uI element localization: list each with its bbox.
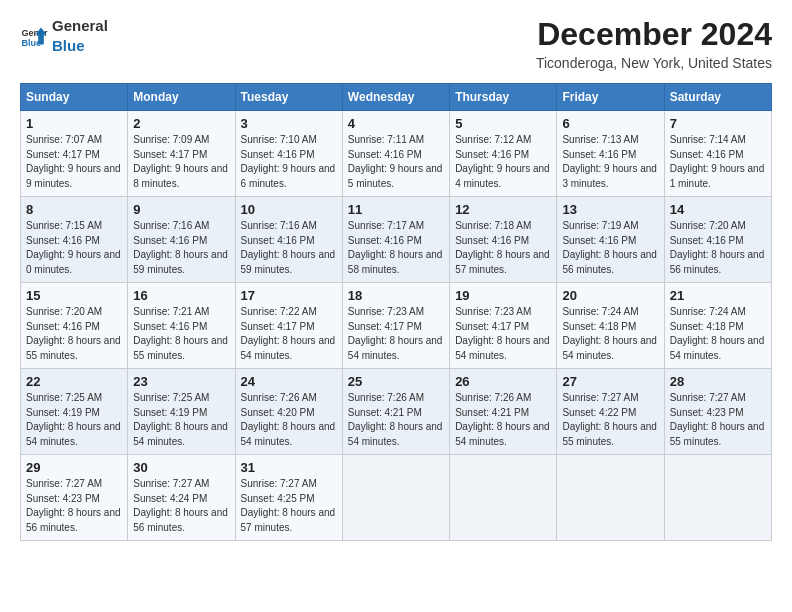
day-info: Sunrise: 7:17 AMSunset: 4:16 PMDaylight:… [348, 219, 444, 277]
day-info: Sunrise: 7:16 AMSunset: 4:16 PMDaylight:… [241, 219, 337, 277]
page-header: General Blue General Blue December 2024 … [20, 16, 772, 71]
day-info: Sunrise: 7:26 AMSunset: 4:21 PMDaylight:… [455, 391, 551, 449]
day-info: Sunrise: 7:26 AMSunset: 4:21 PMDaylight:… [348, 391, 444, 449]
day-cell: 24Sunrise: 7:26 AMSunset: 4:20 PMDayligh… [235, 369, 342, 455]
day-cell: 7Sunrise: 7:14 AMSunset: 4:16 PMDaylight… [664, 111, 771, 197]
day-cell: 5Sunrise: 7:12 AMSunset: 4:16 PMDaylight… [450, 111, 557, 197]
week-row-2: 8Sunrise: 7:15 AMSunset: 4:16 PMDaylight… [21, 197, 772, 283]
day-number: 4 [348, 116, 444, 131]
day-cell: 31Sunrise: 7:27 AMSunset: 4:25 PMDayligh… [235, 455, 342, 541]
day-number: 28 [670, 374, 766, 389]
svg-text:Blue: Blue [21, 37, 41, 47]
day-info: Sunrise: 7:10 AMSunset: 4:16 PMDaylight:… [241, 133, 337, 191]
day-info: Sunrise: 7:18 AMSunset: 4:16 PMDaylight:… [455, 219, 551, 277]
day-info: Sunrise: 7:23 AMSunset: 4:17 PMDaylight:… [455, 305, 551, 363]
day-cell: 26Sunrise: 7:26 AMSunset: 4:21 PMDayligh… [450, 369, 557, 455]
header-wednesday: Wednesday [342, 84, 449, 111]
day-number: 16 [133, 288, 229, 303]
day-info: Sunrise: 7:23 AMSunset: 4:17 PMDaylight:… [348, 305, 444, 363]
day-number: 21 [670, 288, 766, 303]
day-number: 3 [241, 116, 337, 131]
day-cell: 29Sunrise: 7:27 AMSunset: 4:23 PMDayligh… [21, 455, 128, 541]
day-number: 10 [241, 202, 337, 217]
day-number: 13 [562, 202, 658, 217]
day-info: Sunrise: 7:14 AMSunset: 4:16 PMDaylight:… [670, 133, 766, 191]
day-number: 30 [133, 460, 229, 475]
day-cell: 10Sunrise: 7:16 AMSunset: 4:16 PMDayligh… [235, 197, 342, 283]
day-info: Sunrise: 7:27 AMSunset: 4:22 PMDaylight:… [562, 391, 658, 449]
day-cell [557, 455, 664, 541]
day-cell: 30Sunrise: 7:27 AMSunset: 4:24 PMDayligh… [128, 455, 235, 541]
day-info: Sunrise: 7:07 AMSunset: 4:17 PMDaylight:… [26, 133, 122, 191]
day-info: Sunrise: 7:16 AMSunset: 4:16 PMDaylight:… [133, 219, 229, 277]
day-number: 6 [562, 116, 658, 131]
day-number: 11 [348, 202, 444, 217]
day-cell: 28Sunrise: 7:27 AMSunset: 4:23 PMDayligh… [664, 369, 771, 455]
day-number: 5 [455, 116, 551, 131]
day-number: 19 [455, 288, 551, 303]
day-cell: 12Sunrise: 7:18 AMSunset: 4:16 PMDayligh… [450, 197, 557, 283]
header-monday: Monday [128, 84, 235, 111]
day-number: 27 [562, 374, 658, 389]
day-cell: 9Sunrise: 7:16 AMSunset: 4:16 PMDaylight… [128, 197, 235, 283]
day-number: 22 [26, 374, 122, 389]
day-number: 31 [241, 460, 337, 475]
day-info: Sunrise: 7:12 AMSunset: 4:16 PMDaylight:… [455, 133, 551, 191]
day-number: 15 [26, 288, 122, 303]
day-info: Sunrise: 7:24 AMSunset: 4:18 PMDaylight:… [670, 305, 766, 363]
calendar-table: SundayMondayTuesdayWednesdayThursdayFrid… [20, 83, 772, 541]
header-sunday: Sunday [21, 84, 128, 111]
day-cell [664, 455, 771, 541]
logo-line2: Blue [52, 36, 108, 56]
day-cell: 20Sunrise: 7:24 AMSunset: 4:18 PMDayligh… [557, 283, 664, 369]
header-thursday: Thursday [450, 84, 557, 111]
logo: General Blue General Blue [20, 16, 108, 55]
day-number: 18 [348, 288, 444, 303]
day-number: 17 [241, 288, 337, 303]
day-number: 8 [26, 202, 122, 217]
day-info: Sunrise: 7:20 AMSunset: 4:16 PMDaylight:… [670, 219, 766, 277]
day-info: Sunrise: 7:20 AMSunset: 4:16 PMDaylight:… [26, 305, 122, 363]
day-info: Sunrise: 7:27 AMSunset: 4:25 PMDaylight:… [241, 477, 337, 535]
day-info: Sunrise: 7:27 AMSunset: 4:24 PMDaylight:… [133, 477, 229, 535]
day-info: Sunrise: 7:15 AMSunset: 4:16 PMDaylight:… [26, 219, 122, 277]
day-cell: 4Sunrise: 7:11 AMSunset: 4:16 PMDaylight… [342, 111, 449, 197]
day-cell: 16Sunrise: 7:21 AMSunset: 4:16 PMDayligh… [128, 283, 235, 369]
day-cell: 17Sunrise: 7:22 AMSunset: 4:17 PMDayligh… [235, 283, 342, 369]
day-number: 12 [455, 202, 551, 217]
day-cell: 27Sunrise: 7:27 AMSunset: 4:22 PMDayligh… [557, 369, 664, 455]
week-row-3: 15Sunrise: 7:20 AMSunset: 4:16 PMDayligh… [21, 283, 772, 369]
day-number: 1 [26, 116, 122, 131]
day-number: 14 [670, 202, 766, 217]
day-info: Sunrise: 7:21 AMSunset: 4:16 PMDaylight:… [133, 305, 229, 363]
day-number: 20 [562, 288, 658, 303]
title-block: December 2024 Ticonderoga, New York, Uni… [536, 16, 772, 71]
day-cell: 3Sunrise: 7:10 AMSunset: 4:16 PMDaylight… [235, 111, 342, 197]
day-info: Sunrise: 7:27 AMSunset: 4:23 PMDaylight:… [26, 477, 122, 535]
day-cell: 22Sunrise: 7:25 AMSunset: 4:19 PMDayligh… [21, 369, 128, 455]
day-number: 9 [133, 202, 229, 217]
day-number: 26 [455, 374, 551, 389]
day-cell: 1Sunrise: 7:07 AMSunset: 4:17 PMDaylight… [21, 111, 128, 197]
day-cell: 6Sunrise: 7:13 AMSunset: 4:16 PMDaylight… [557, 111, 664, 197]
day-cell: 18Sunrise: 7:23 AMSunset: 4:17 PMDayligh… [342, 283, 449, 369]
day-info: Sunrise: 7:09 AMSunset: 4:17 PMDaylight:… [133, 133, 229, 191]
day-info: Sunrise: 7:25 AMSunset: 4:19 PMDaylight:… [26, 391, 122, 449]
day-cell: 8Sunrise: 7:15 AMSunset: 4:16 PMDaylight… [21, 197, 128, 283]
day-info: Sunrise: 7:19 AMSunset: 4:16 PMDaylight:… [562, 219, 658, 277]
header-row: SundayMondayTuesdayWednesdayThursdayFrid… [21, 84, 772, 111]
calendar-subtitle: Ticonderoga, New York, United States [536, 55, 772, 71]
day-info: Sunrise: 7:13 AMSunset: 4:16 PMDaylight:… [562, 133, 658, 191]
logo-line1: General [52, 16, 108, 36]
day-info: Sunrise: 7:25 AMSunset: 4:19 PMDaylight:… [133, 391, 229, 449]
logo-icon: General Blue [20, 22, 48, 50]
day-info: Sunrise: 7:24 AMSunset: 4:18 PMDaylight:… [562, 305, 658, 363]
day-cell: 14Sunrise: 7:20 AMSunset: 4:16 PMDayligh… [664, 197, 771, 283]
day-number: 29 [26, 460, 122, 475]
header-friday: Friday [557, 84, 664, 111]
day-cell: 19Sunrise: 7:23 AMSunset: 4:17 PMDayligh… [450, 283, 557, 369]
day-number: 24 [241, 374, 337, 389]
day-cell: 23Sunrise: 7:25 AMSunset: 4:19 PMDayligh… [128, 369, 235, 455]
day-cell: 11Sunrise: 7:17 AMSunset: 4:16 PMDayligh… [342, 197, 449, 283]
header-tuesday: Tuesday [235, 84, 342, 111]
